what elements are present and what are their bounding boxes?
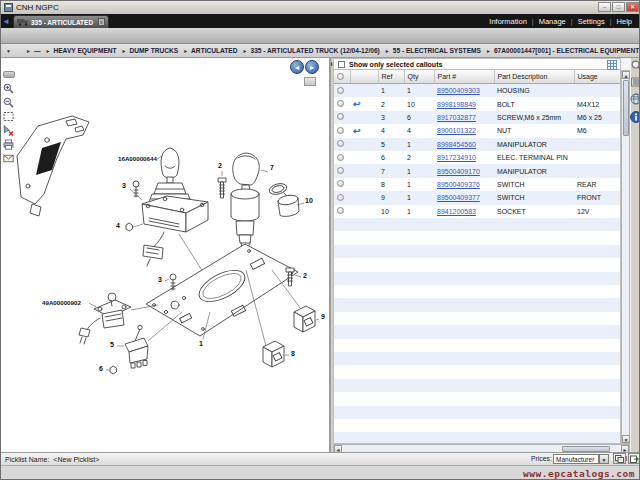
part-number-link[interactable]: 89500409377: [434, 191, 494, 204]
callout-9[interactable]: 9: [321, 313, 325, 320]
pinwheel-dropdown-icon[interactable]: ▼: [6, 48, 11, 54]
part-number-label[interactable]: 49A00000902: [42, 299, 81, 306]
search-icon[interactable]: [631, 60, 640, 71]
table-row[interactable]: ↩ 1 1 89500409303 HOUSING: [334, 84, 621, 98]
maximize-button[interactable]: □: [612, 2, 625, 12]
callout-2[interactable]: 2: [218, 162, 222, 169]
scroll-down-icon[interactable]: ▼: [622, 435, 630, 443]
menu-item[interactable]: Help: [612, 17, 637, 26]
grid-icon[interactable]: [607, 60, 617, 70]
part-number-link[interactable]: 89500409170: [434, 164, 494, 177]
header-ref[interactable]: Ref: [378, 70, 404, 84]
breadcrumb-item[interactable]: HEAVY EQUIPMENT: [53, 47, 116, 54]
part-number-link[interactable]: 8998454560: [434, 138, 494, 151]
table-row[interactable]: ↩ 9 1 89500409377 SWITCH FRONT: [334, 191, 621, 204]
row-select-radio[interactable]: [337, 140, 344, 147]
cell-qty: 4: [404, 124, 434, 137]
email-icon[interactable]: [3, 153, 14, 164]
tab-active-catalog[interactable]: 335 - ARTICULATED ... x: [13, 15, 109, 28]
prices-select[interactable]: Manufacturer: [553, 454, 599, 464]
callout-4[interactable]: 4: [116, 222, 120, 229]
close-button[interactable]: ✕: [626, 2, 639, 12]
print-icon[interactable]: [3, 139, 14, 150]
callout-3[interactable]: 3: [122, 182, 126, 189]
cell-ref: 3: [378, 111, 404, 124]
table-row[interactable]: ↩ 10 1 8941200583 SOCKET 12V: [334, 205, 621, 218]
prices-dropdown-icon[interactable]: ▼: [599, 454, 609, 464]
picklist-value[interactable]: <New Picklist>: [53, 456, 99, 463]
parts-table-body: ↩ 1 1 89500409303 HOUSING ↩ 2 10: [334, 84, 621, 218]
show-only-checkbox[interactable]: [338, 61, 345, 68]
table-row[interactable]: ↩ 3 6 8917032877 SCREW,M6 x 25mm M6 x 25: [334, 111, 621, 124]
row-select-radio[interactable]: [337, 113, 344, 120]
table-row[interactable]: ↩ 8 1 89500409376 SWITCH REAR: [334, 178, 621, 191]
row-select-radio[interactable]: [337, 180, 344, 187]
toolbar-grip[interactable]: [3, 71, 15, 78]
table-row[interactable]: ↩ 7 1 89500409170 MANIPULATOR: [334, 164, 621, 177]
minimize-button[interactable]: –: [598, 2, 611, 12]
scroll-up-icon[interactable]: ▲: [622, 71, 630, 79]
picklist-copy-button[interactable]: [613, 453, 626, 464]
callout-7[interactable]: 7: [270, 164, 274, 171]
row-select-radio[interactable]: [337, 127, 344, 134]
table-row[interactable]: ↩ 2 10 8998198849 BOLT M4X12: [334, 97, 621, 110]
part-number-link[interactable]: 89500409303: [434, 84, 494, 98]
menu-item[interactable]: Information: [484, 17, 532, 26]
vertical-scroll-thumb[interactable]: [623, 80, 629, 136]
header-part[interactable]: Part #: [434, 70, 494, 84]
tab-scroll-left-icon[interactable]: ◄: [2, 17, 10, 26]
zoom-in-icon[interactable]: [3, 83, 14, 94]
row-select-radio[interactable]: [337, 100, 344, 107]
part-number-link[interactable]: 8998198849: [434, 97, 494, 110]
cell-usage: M6 x 25: [574, 111, 621, 124]
header-qty[interactable]: Qty: [404, 70, 434, 84]
menu-item[interactable]: Manage: [534, 17, 571, 26]
cell-usage: M6: [574, 124, 621, 137]
row-select-radio[interactable]: [337, 87, 344, 94]
breadcrumb-item[interactable]: —: [34, 47, 41, 54]
watermark: www.epcatalogs.com: [523, 468, 635, 479]
part-number-label[interactable]: 16A00000644: [118, 155, 157, 162]
row-select-radio[interactable]: [337, 154, 344, 161]
breadcrumb-item[interactable]: 55 - ELECTRICAL SYSTEMS: [393, 47, 481, 54]
cell-qty: 1: [404, 84, 434, 98]
breadcrumb-item[interactable]: ARTICULATED: [191, 47, 237, 54]
zoom-out-icon[interactable]: [3, 97, 14, 108]
header-description[interactable]: Part Description: [494, 70, 574, 84]
picklist-export-button[interactable]: [628, 453, 640, 464]
vertical-scrollbar[interactable]: ▲ ▼: [621, 70, 630, 444]
callout-5[interactable]: 5: [110, 341, 114, 348]
breadcrumb-item[interactable]: 335 - ARTICULATED TRUCK (12/04-12/06): [250, 47, 379, 54]
part-number-link[interactable]: 8917234910: [434, 151, 494, 164]
header-usage[interactable]: Usage: [574, 70, 621, 84]
callout-3[interactable]: 3: [158, 276, 162, 283]
callout-6[interactable]: 6: [99, 365, 103, 372]
table-row[interactable]: ↩ 5 1 8998454560 MANIPULATOR: [334, 138, 621, 151]
breadcrumb-item[interactable]: DUMP TRUCKS: [130, 47, 179, 54]
part-number-link[interactable]: 89500409376: [434, 178, 494, 191]
breadcrumb-item[interactable]: 67A00001447[001] - ELECTRICAL EQUIPMENTS…: [494, 47, 640, 54]
callout-link-icon[interactable]: ↩: [353, 126, 361, 136]
row-select-radio[interactable]: [337, 167, 344, 174]
exploded-diagram[interactable]: 16A00000644 49A00000902 3 4 2 7 10 3 2 1…: [14, 58, 331, 445]
callout-link-icon[interactable]: ↩: [353, 99, 361, 109]
part-number-link[interactable]: 8917032877: [434, 111, 494, 124]
part-number-link[interactable]: 8941200583: [434, 205, 494, 218]
row-select-radio[interactable]: [337, 207, 344, 214]
clear-selection-icon[interactable]: [3, 125, 14, 136]
tab-close-icon[interactable]: x: [98, 18, 106, 26]
part-number-link[interactable]: 8900101322: [434, 124, 494, 137]
callout-1[interactable]: 1: [199, 340, 203, 347]
app-icon: [4, 3, 13, 12]
callout-10[interactable]: 10: [305, 197, 313, 204]
info-icon[interactable]: [630, 111, 640, 123]
menu-item[interactable]: Settings: [573, 17, 610, 26]
table-row[interactable]: ↩ 6 2 8917234910 ELEC. TERMINAL PIN: [334, 151, 621, 164]
zoom-region-icon[interactable]: [3, 111, 14, 122]
globe-icon[interactable]: [630, 93, 640, 105]
callout-8[interactable]: 8: [291, 350, 295, 357]
callout-2[interactable]: 2: [303, 272, 307, 279]
table-row[interactable]: ↩ 4 4 8900101322 NUT M6: [334, 124, 621, 137]
picklist-icon[interactable]: [631, 77, 640, 87]
row-select-radio[interactable]: [337, 194, 344, 201]
